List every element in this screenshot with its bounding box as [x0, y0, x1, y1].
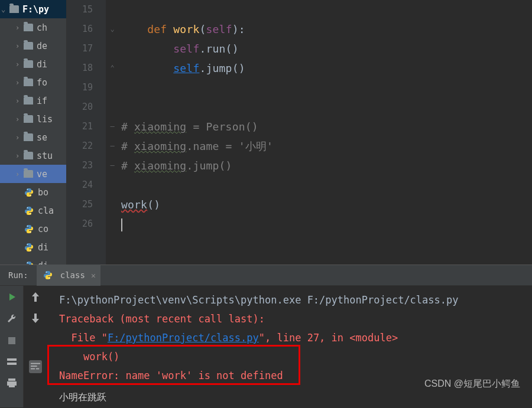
tree-item-label: cla — [38, 205, 54, 216]
traceback-call: work() — [59, 347, 532, 366]
root-label: F:\py — [22, 4, 49, 15]
traceback-file-line: File "F:/pythonProject/class.py", line 2… — [59, 328, 532, 347]
chevron-right-icon: › — [15, 97, 24, 105]
line-number: 15 — [67, 0, 93, 19]
line-gutter: 151617181920212223242526 — [67, 0, 106, 265]
run-toolbar-inner — [24, 265, 47, 407]
svg-point-0 — [27, 189, 28, 190]
chevron-right-icon: › — [15, 152, 24, 160]
file-link[interactable]: F:/pythonProject/class.py — [108, 332, 259, 344]
tree-item-label: lis — [37, 114, 53, 125]
svg-rect-19 — [31, 365, 37, 367]
tree-item-label: if — [37, 96, 47, 106]
svg-point-8 — [27, 262, 28, 263]
layout-button[interactable] — [5, 355, 18, 368]
print-button[interactable] — [5, 377, 18, 390]
tree-item-label: co — [38, 224, 48, 234]
line-number: 23 — [67, 156, 93, 175]
svg-point-6 — [27, 244, 28, 244]
line-number: 19 — [67, 78, 93, 97]
tree-item[interactable]: ›ve — [0, 165, 66, 183]
fold-marker[interactable]: ⌄ — [109, 25, 116, 33]
tree-item[interactable]: co — [0, 220, 66, 238]
svg-rect-20 — [36, 368, 39, 370]
tree-root[interactable]: ⌄ F:\py — [0, 0, 66, 18]
rerun-button[interactable] — [5, 291, 18, 303]
tree-item[interactable]: ›if — [0, 92, 66, 110]
svg-point-2 — [27, 207, 28, 208]
chevron-right-icon: › — [15, 42, 24, 50]
line-number: 24 — [67, 175, 93, 195]
tree-item-label: bo — [38, 187, 48, 198]
line-number: 16 — [67, 19, 93, 39]
code-content[interactable]: def work(self): self.run() self.jump() #… — [106, 0, 532, 265]
folder-icon — [24, 115, 33, 123]
tree-item-label: di — [38, 260, 48, 265]
traceback-header: Traceback (most recent call last): — [59, 309, 532, 328]
chevron-down-icon: ⌄ — [1, 5, 9, 14]
tree-item-label: fo — [37, 77, 47, 88]
folder-icon — [24, 79, 33, 86]
line-number: 18 — [67, 58, 93, 78]
tree-item[interactable]: ›lis — [0, 110, 66, 128]
tree-item[interactable]: di — [0, 256, 66, 265]
folder-icon — [24, 133, 33, 141]
soft-wrap-button[interactable] — [29, 360, 42, 373]
fold-marker[interactable]: – — [109, 122, 116, 130]
tree-item-label: se — [37, 132, 47, 143]
folder-icon — [24, 152, 33, 159]
python-icon — [24, 260, 34, 265]
tree-item[interactable]: ›de — [0, 37, 66, 55]
svg-rect-15 — [8, 378, 15, 381]
tree-item[interactable]: cla — [0, 201, 66, 220]
python-icon — [24, 242, 34, 253]
svg-rect-13 — [7, 358, 17, 361]
folder-icon — [24, 42, 33, 50]
python-icon — [24, 205, 34, 216]
run-toolbar-left — [0, 265, 24, 407]
text-cursor — [121, 218, 122, 231]
chevron-right-icon: › — [15, 60, 24, 68]
line-number: 22 — [67, 136, 93, 156]
up-arrow-icon[interactable] — [29, 291, 42, 303]
fold-marker[interactable]: – — [109, 142, 116, 150]
python-icon — [24, 187, 34, 198]
svg-point-7 — [30, 250, 31, 250]
tree-item[interactable]: ›stu — [0, 146, 66, 165]
svg-rect-14 — [7, 363, 17, 365]
line-number: 26 — [67, 214, 93, 234]
tree-item[interactable]: di — [0, 238, 66, 256]
svg-point-10 — [46, 272, 47, 273]
chevron-right-icon: › — [15, 24, 24, 32]
chevron-right-icon: › — [15, 115, 24, 123]
svg-point-4 — [27, 226, 28, 226]
svg-point-5 — [30, 231, 31, 232]
folder-icon — [24, 60, 33, 68]
stop-button[interactable] — [5, 334, 18, 347]
line-number: 20 — [67, 97, 93, 117]
code-editor[interactable]: 151617181920212223242526 def work(self):… — [67, 0, 532, 265]
folder-icon — [24, 24, 33, 31]
tree-item-label: di — [37, 59, 47, 70]
watermark: CSDN @短尾巴小鳄鱼 — [424, 378, 520, 390]
tree-item-label: stu — [37, 151, 53, 161]
project-tree[interactable]: ⌄ F:\py ›ch›de›di›fo›if›lis›se›stu›veboc… — [0, 0, 67, 265]
folder-icon — [24, 97, 33, 105]
wrench-icon[interactable] — [5, 312, 18, 325]
chevron-right-icon: › — [15, 170, 24, 178]
tree-item[interactable]: bo — [0, 183, 66, 201]
down-arrow-icon[interactable] — [29, 312, 42, 325]
line-number: 25 — [67, 195, 93, 214]
folder-icon — [9, 5, 19, 13]
fold-marker[interactable]: ⌃ — [109, 64, 116, 72]
python-icon — [24, 224, 34, 234]
tree-item[interactable]: ›fo — [0, 73, 66, 92]
line-number: 17 — [67, 39, 93, 58]
tree-item[interactable]: ›se — [0, 128, 66, 146]
tree-item-label: ve — [37, 169, 47, 179]
tree-item[interactable]: ›ch — [0, 18, 66, 37]
fold-marker[interactable]: – — [109, 161, 116, 169]
tree-item-label: di — [38, 242, 48, 253]
tree-item[interactable]: ›di — [0, 55, 66, 73]
folder-icon — [24, 170, 33, 178]
